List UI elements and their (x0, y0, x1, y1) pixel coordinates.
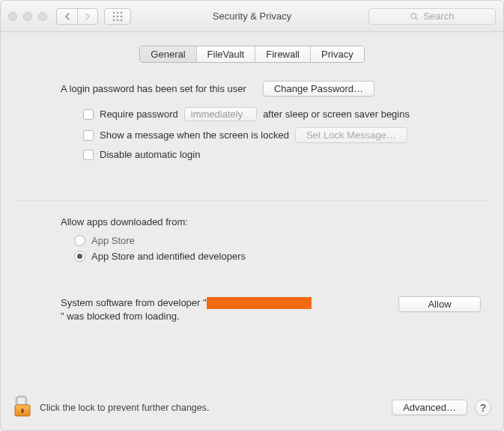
svg-point-8 (121, 19, 123, 21)
tab-privacy[interactable]: Privacy (311, 46, 364, 62)
window-controls (8, 12, 47, 21)
login-password-section: A login password has been set for this u… (16, 81, 488, 166)
preferences-window: Security & Privacy Search General FileVa… (0, 0, 504, 431)
radio-app-store[interactable] (74, 235, 85, 246)
svg-rect-13 (22, 409, 24, 413)
footer: Click the lock to prevent further change… (1, 395, 503, 430)
require-password-suffix: after sleep or screen saver begins (263, 108, 410, 120)
search-placeholder: Search (423, 10, 454, 22)
chevron-right-icon (84, 13, 91, 20)
svg-point-7 (117, 19, 119, 21)
svg-point-4 (117, 15, 119, 17)
svg-point-3 (113, 15, 115, 17)
blocked-prefix: System software from developer " (61, 296, 207, 310)
svg-point-6 (113, 19, 115, 21)
require-password-delay-select[interactable]: immediately (184, 107, 257, 121)
nav-buttons (56, 8, 98, 25)
tabs-segmented: General FileVault Firewall Privacy (139, 46, 364, 63)
svg-point-2 (121, 11, 123, 13)
content: General FileVault Firewall Privacy A log… (1, 32, 503, 395)
radio-identified-developers[interactable] (74, 251, 85, 262)
disable-auto-login-label: Disable automatic login (100, 149, 200, 160)
advanced-button[interactable]: Advanced… (392, 400, 467, 415)
show-message-checkbox[interactable] (83, 130, 94, 141)
disable-auto-login-checkbox[interactable] (83, 150, 94, 160)
change-password-button[interactable]: Change Password… (263, 81, 374, 97)
radio-identified-developers-label: App Store and identified developers (91, 251, 246, 262)
grid-icon (112, 11, 123, 22)
svg-rect-11 (16, 397, 26, 406)
radio-app-store-label: App Store (91, 235, 135, 246)
lock-text: Click the lock to prevent further change… (40, 403, 384, 413)
blocked-software-text: System software from developer "" was bl… (61, 296, 383, 323)
require-password-checkbox[interactable] (83, 109, 94, 120)
svg-point-5 (121, 15, 123, 17)
blocked-software-row: System software from developer "" was bl… (16, 296, 488, 323)
close-window-button[interactable] (8, 12, 17, 21)
lock-icon[interactable] (13, 395, 32, 420)
tab-general[interactable]: General (140, 46, 196, 62)
forward-button[interactable] (77, 8, 98, 25)
tab-filevault[interactable]: FileVault (197, 46, 256, 62)
help-button[interactable]: ? (475, 400, 491, 416)
set-lock-message-button[interactable]: Set Lock Message… (295, 127, 407, 143)
back-button[interactable] (56, 8, 77, 25)
svg-point-0 (113, 11, 115, 13)
zoom-window-button[interactable] (38, 12, 47, 21)
redacted-developer-name (207, 297, 312, 309)
tab-firewall[interactable]: Firewall (255, 46, 311, 62)
gatekeeper-section: Allow apps downloaded from: App Store Ap… (16, 216, 488, 266)
minimize-window-button[interactable] (23, 12, 32, 21)
chevron-left-icon (64, 13, 71, 20)
search-icon (410, 12, 419, 21)
gatekeeper-heading: Allow apps downloaded from: (61, 216, 458, 227)
svg-line-10 (416, 17, 418, 19)
tab-bar: General FileVault Firewall Privacy (16, 46, 488, 63)
divider (16, 201, 488, 201)
allow-button[interactable]: Allow (398, 296, 481, 312)
show-all-button[interactable] (104, 8, 131, 25)
require-password-label: Require password (100, 108, 178, 120)
login-password-set-label: A login password has been set for this u… (61, 83, 246, 94)
blocked-suffix: " was blocked from loading. (61, 310, 180, 323)
search-input[interactable]: Search (368, 8, 496, 25)
show-message-label: Show a message when the screen is locked (100, 129, 289, 141)
svg-point-1 (117, 11, 119, 13)
gatekeeper-radiogroup: App Store App Store and identified devel… (61, 235, 458, 262)
titlebar: Security & Privacy Search (1, 1, 503, 32)
